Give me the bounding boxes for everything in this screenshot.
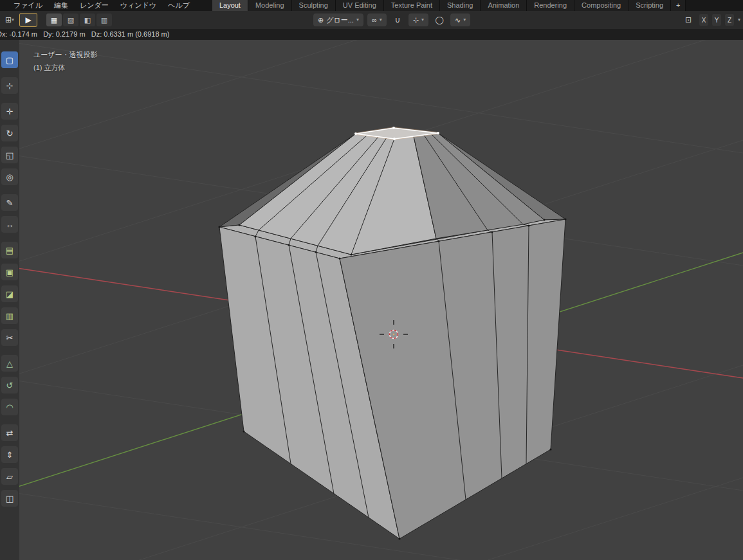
- top-menubar: ファイル編集レンダーウィンドウヘルプ LayoutModelingSculpti…: [0, 0, 743, 11]
- workspace-tab-shading[interactable]: Shading: [440, 0, 481, 11]
- chevron-down-icon: ▾: [421, 17, 424, 23]
- viewport-3d[interactable]: ユーザー・透視投影 (1) 立方体 ▢⊹✛↻◱◎✎↔▤▣◪▥✂△↺◠⇄⇕▱◫: [0, 40, 743, 560]
- chevron-down-icon: ▾: [12, 17, 14, 23]
- view-mode-label: ユーザー・透視投影: [33, 50, 98, 60]
- tool-rotate[interactable]: ↻: [1, 125, 18, 141]
- viewport-editor-icon: ⊞: [5, 15, 12, 24]
- menu-item-2[interactable]: レンダー: [74, 0, 115, 11]
- tool-column: ▢⊹✛↻◱◎✎↔▤▣◪▥✂△↺◠⇄⇕▱◫: [0, 40, 19, 560]
- transform-readout: Dx: -0.174 m Dy: 0.2179 m Dz: 0.6331 m (…: [0, 29, 743, 40]
- xray-toggle[interactable]: ▥: [96, 14, 112, 26]
- tool-extrude-region[interactable]: ▤: [1, 242, 18, 258]
- axis-x-toggle[interactable]: X: [699, 14, 708, 26]
- tool-scale[interactable]: ◱: [1, 147, 18, 163]
- editor-type-button[interactable]: ⊞ ▾: [3, 14, 17, 26]
- tool-shrink-fatten[interactable]: ⇕: [1, 446, 18, 463]
- chevron-down-icon: ▾: [356, 17, 359, 23]
- workspace-tab-rendering[interactable]: Rendering: [527, 0, 574, 11]
- pivot-point-dropdown[interactable]: ∞ ▾: [367, 14, 387, 26]
- tool-loop-cut[interactable]: ▥: [1, 307, 18, 324]
- snap-magnet-toggle[interactable]: ∪: [390, 14, 405, 26]
- transform-readout-text: Dx: -0.174 m Dy: 0.2179 m Dz: 0.6331 m (…: [0, 29, 169, 40]
- link-icon: ∞: [372, 16, 377, 24]
- tool-annotate[interactable]: ✎: [1, 194, 18, 211]
- tool-settings-center: ⊕ グロー... ▾ ∞ ▾ ∪ ⊹ ▾ ◯ ∿ ▾: [313, 11, 470, 29]
- more-options-dropdown[interactable]: ▾: [738, 17, 740, 23]
- overlay-toggle[interactable]: ⊡: [681, 14, 695, 26]
- tool-inset-faces[interactable]: ▣: [1, 264, 18, 280]
- viewport-canvas[interactable]: [0, 40, 743, 560]
- tool-shear[interactable]: ▱: [1, 468, 18, 485]
- tool-poly-build[interactable]: △: [1, 355, 18, 372]
- workspace-tab-texture-paint[interactable]: Texture Paint: [384, 0, 440, 11]
- tool-rip-region[interactable]: ◫: [1, 490, 18, 507]
- orientation-dropdown[interactable]: ⊕ グロー... ▾: [313, 14, 363, 26]
- snap-target-dropdown[interactable]: ⊹ ▾: [408, 14, 428, 26]
- mode-toggle-group: ▦ ▨ ◧ ▥: [46, 14, 112, 26]
- tool-transform[interactable]: ◎: [1, 168, 18, 185]
- axis-y-toggle[interactable]: Y: [712, 14, 721, 26]
- tool-select-box[interactable]: ▢: [1, 51, 18, 68]
- workspace-tab-layout[interactable]: Layout: [212, 0, 248, 11]
- workspace-tabs: LayoutModelingSculptingUV EditingTexture…: [212, 0, 686, 11]
- proportional-editing-toggle[interactable]: ◯: [432, 14, 446, 26]
- mesh-cube-house: [219, 127, 567, 540]
- menu-item-1[interactable]: 編集: [48, 0, 74, 11]
- workspace-tab-sculpting[interactable]: Sculpting: [292, 0, 336, 11]
- axis-z-toggle[interactable]: Z: [725, 14, 734, 26]
- tool-settings-left: ⊞ ▾ ▶ ▦ ▨ ◧ ▥: [3, 11, 112, 29]
- tool-knife[interactable]: ✂: [1, 329, 18, 346]
- orientation-label: グロー...: [326, 15, 354, 25]
- select-mode-vertex-toggle[interactable]: ▦: [46, 14, 62, 26]
- select-mode-face-toggle[interactable]: ◧: [80, 14, 95, 26]
- tool-smooth[interactable]: ◠: [1, 399, 18, 415]
- falloff-curve-icon: ∿: [455, 16, 461, 24]
- active-tool-button[interactable]: ▶: [19, 13, 37, 27]
- workspace-tab-modeling[interactable]: Modeling: [248, 0, 292, 11]
- workspace-tab-uv-editing[interactable]: UV Editing: [336, 0, 384, 11]
- snap-to-icon: ⊹: [413, 16, 419, 24]
- tool-edge-slide[interactable]: ⇄: [1, 424, 18, 441]
- orientation-icon: ⊕: [318, 16, 324, 24]
- menu-item-3[interactable]: ウィンドウ: [115, 0, 162, 11]
- add-workspace-tab[interactable]: +: [671, 0, 686, 11]
- chevron-down-icon: ▾: [463, 17, 466, 23]
- workspace-tab-animation[interactable]: Animation: [481, 0, 527, 11]
- menu-item-0[interactable]: ファイル: [8, 0, 48, 11]
- menu-item-4[interactable]: ヘルプ: [162, 0, 196, 11]
- tool-cursor[interactable]: ⊹: [1, 77, 18, 94]
- tool-settings-bar: ⊞ ▾ ▶ ▦ ▨ ◧ ▥ ⊕ グロー... ▾ ∞ ▾ ∪ ⊹: [0, 11, 743, 30]
- tool-spin[interactable]: ↺: [1, 377, 18, 393]
- workspace-tab-scripting[interactable]: Scripting: [628, 0, 671, 11]
- falloff-dropdown[interactable]: ∿ ▾: [450, 14, 470, 26]
- tool-bevel[interactable]: ◪: [1, 285, 18, 302]
- tool-measure[interactable]: ↔: [1, 216, 18, 233]
- menu-list: ファイル編集レンダーウィンドウヘルプ: [0, 0, 196, 11]
- active-object-label: (1) 立方体: [33, 63, 66, 73]
- chevron-down-icon: ▾: [380, 17, 382, 23]
- tool-move[interactable]: ✛: [1, 103, 18, 120]
- blender-window: ファイル編集レンダーウィンドウヘルプ LayoutModelingSculpti…: [0, 0, 743, 560]
- tool-settings-right: ⊡ X Y Z ▾: [681, 11, 740, 29]
- select-mode-edge-toggle[interactable]: ▨: [63, 14, 78, 26]
- workspace-tab-compositing[interactable]: Compositing: [574, 0, 628, 11]
